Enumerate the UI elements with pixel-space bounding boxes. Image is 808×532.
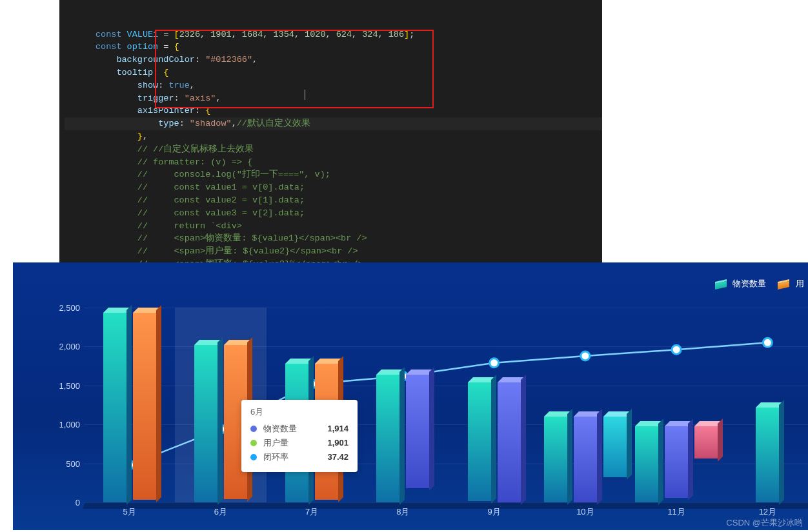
x-axis-tick: 12月: [722, 506, 808, 518]
code-editor[interactable]: const VALUE1 = [2326, 1901, 1684, 1354, …: [59, 0, 602, 300]
tooltip-title: 6月: [250, 406, 348, 418]
bar[interactable]: [103, 313, 126, 502]
category-band[interactable]: 11月: [631, 308, 722, 502]
dot-icon: [250, 454, 257, 460]
bar[interactable]: [603, 417, 627, 477]
code-line[interactable]: const option = {: [65, 41, 602, 54]
code-line[interactable]: tooltip: {: [65, 66, 602, 79]
code-line[interactable]: // const value2 = v[1].data;: [65, 194, 602, 207]
bar[interactable]: [468, 382, 491, 501]
bar[interactable]: [498, 382, 521, 502]
code-line[interactable]: // return `<div>: [65, 220, 602, 233]
cube-icon: [715, 279, 727, 290]
bar[interactable]: [544, 417, 567, 502]
tooltip-label: 闭环率: [263, 450, 321, 464]
y-axis-tick: 2,500: [52, 303, 80, 313]
code-line[interactable]: axisPointer: {: [65, 104, 602, 117]
category-band[interactable]: 12月: [722, 308, 808, 502]
cube-icon: [778, 279, 789, 290]
x-axis-tick: 9月: [449, 506, 540, 518]
echarts-chart[interactable]: 物资数量 用 05001,0001,5002,0002,5005月6月7月8月9…: [13, 262, 808, 530]
text-caret: [305, 90, 305, 100]
category-band[interactable]: 8月: [358, 308, 449, 502]
code-line[interactable]: // //自定义鼠标移上去效果: [65, 143, 602, 156]
code-line[interactable]: show: true,: [65, 79, 602, 92]
legend-item[interactable]: 物资数量: [715, 278, 767, 290]
chart-tooltip: 6月 物资数量 1,914 用户量 1,901 闭环率 37.42: [241, 400, 358, 472]
chart-legend[interactable]: 物资数量 用: [715, 278, 804, 290]
category-band[interactable]: 9月: [449, 308, 540, 502]
x-axis-tick: 7月: [267, 506, 358, 518]
bar[interactable]: [133, 313, 156, 500]
code-line[interactable]: // const value3 = v[2].data;: [65, 207, 602, 220]
x-axis-tick: 6月: [175, 506, 266, 518]
category-band[interactable]: 5月: [84, 308, 175, 502]
bar[interactable]: [574, 417, 597, 502]
bar[interactable]: [756, 408, 779, 502]
plot-area[interactable]: 05001,0001,5002,0002,5005月6月7月8月9月10月11月…: [84, 308, 808, 502]
code-line[interactable]: // console.log("打印一下====", v);: [65, 168, 602, 181]
x-axis-tick: 11月: [631, 506, 722, 518]
y-axis-tick: 0: [52, 498, 80, 507]
watermark: CSDN @芒果沙冰哟: [726, 517, 803, 529]
y-axis-tick: 500: [52, 458, 80, 468]
code-line[interactable]: },: [65, 130, 602, 143]
legend-item[interactable]: 用: [778, 278, 804, 290]
legend-label: 物资数量: [732, 279, 766, 288]
legend-label: 用: [796, 279, 804, 288]
tooltip-label: 用户量: [263, 436, 321, 450]
code-line[interactable]: trigger: "axis",: [65, 92, 602, 105]
y-axis-tick: 2,000: [52, 342, 80, 351]
tooltip-label: 物资数量: [263, 422, 321, 436]
bar[interactable]: [194, 345, 217, 502]
code-line[interactable]: backgroundColor: "#012366",: [65, 54, 602, 66]
x-axis-tick: 5月: [84, 506, 175, 518]
x-axis-tick: 8月: [358, 506, 449, 518]
code-line[interactable]: // formatter: (v) => {: [65, 156, 602, 169]
y-axis-tick: 1,500: [52, 380, 80, 390]
bar[interactable]: [406, 375, 429, 488]
code-line[interactable]: type: "shadow",//默认自定义效果: [65, 117, 602, 130]
code-line[interactable]: // const value1 = v[0].data;: [65, 181, 602, 194]
y-axis-tick: 1,000: [52, 420, 80, 429]
dot-icon: [250, 440, 257, 446]
code-line[interactable]: const VALUE1 = [2326, 1901, 1684, 1354, …: [65, 28, 602, 41]
dot-icon: [250, 426, 257, 432]
tooltip-value: 1,901: [327, 436, 348, 450]
bar[interactable]: [376, 375, 399, 502]
code-line[interactable]: // <span>物资数量: ${value1}</span><br />: [65, 232, 602, 245]
bar[interactable]: [694, 426, 718, 459]
code-line[interactable]: // <span>用户量: ${value2}</span><br />: [65, 245, 602, 258]
category-band[interactable]: 10月: [540, 308, 631, 502]
bar[interactable]: [665, 426, 688, 498]
tooltip-value: 1,914: [327, 422, 348, 436]
tooltip-value: 37.42: [327, 450, 348, 464]
bar[interactable]: [635, 426, 658, 502]
x-axis-tick: 10月: [540, 506, 631, 518]
